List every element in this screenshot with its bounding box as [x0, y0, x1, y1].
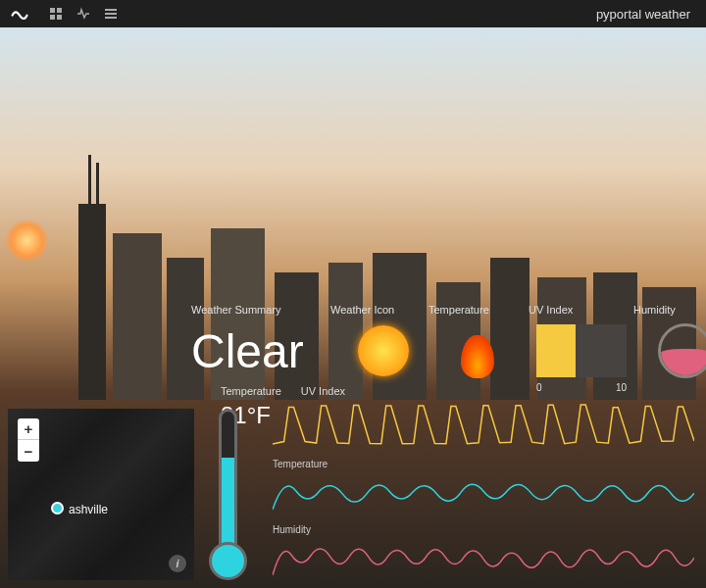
- humidity-sparkline: [273, 536, 694, 580]
- label-icon: Weather Icon: [330, 304, 417, 316]
- svg-rect-6: [105, 17, 117, 19]
- widgets-row: Clear 0 10: [191, 323, 706, 378]
- chart-uv: [273, 400, 694, 453]
- label-humidity: Humidity: [633, 304, 692, 316]
- app-header: pyportal weather: [0, 0, 706, 27]
- svg-rect-4: [105, 9, 117, 11]
- svg-rect-2: [50, 15, 55, 20]
- svg-rect-1: [57, 8, 62, 13]
- location-map[interactable]: + − ashville i: [8, 409, 194, 580]
- uv-sparkline: [273, 400, 694, 449]
- map-info-button[interactable]: i: [169, 555, 186, 572]
- charts-column: Temperature Humidity: [273, 400, 694, 588]
- label-temperature: Temperature: [429, 304, 517, 316]
- thermo-labels: Temperature UV Index: [221, 385, 345, 397]
- uv-min: 0: [536, 382, 542, 393]
- chart-temp-label: Temperature: [273, 459, 694, 469]
- map-zoom-controls: + −: [18, 418, 39, 462]
- dashboard-main: Weather Summary Weather Icon Temperature…: [0, 27, 706, 588]
- chart-temperature: Temperature: [273, 459, 694, 518]
- sun-icon: [358, 325, 409, 376]
- grid-view-button[interactable]: [43, 3, 69, 24]
- fire-icon: [453, 324, 502, 378]
- zoom-out-button[interactable]: −: [18, 440, 39, 462]
- weather-summary-value: Clear: [191, 324, 328, 378]
- thermometer-icon: [206, 409, 250, 580]
- uv-gauge: 0 10: [536, 324, 627, 377]
- activity-view-button[interactable]: [71, 3, 96, 24]
- map-marker-icon: [51, 502, 64, 514]
- temperature-sparkline: [273, 470, 694, 514]
- widgets-overlay: Weather Summary Weather Icon Temperature…: [0, 304, 706, 588]
- view-switcher: [43, 3, 124, 24]
- brand-logo: [8, 2, 31, 25]
- map-location-label: ashville: [69, 503, 108, 516]
- label-summary: Weather Summary: [191, 304, 319, 316]
- thermo-uv-label: UV Index: [301, 385, 345, 397]
- thermo-temp-label: Temperature: [221, 385, 281, 397]
- chart-hum-label: Humidity: [273, 524, 694, 535]
- label-uv: UV Index: [529, 304, 622, 316]
- uv-max: 10: [616, 382, 627, 393]
- page-title: pyportal weather: [596, 7, 690, 22]
- zoom-in-button[interactable]: +: [18, 418, 39, 440]
- widget-labels-row: Weather Summary Weather Icon Temperature…: [191, 304, 692, 316]
- humidity-gauge: [658, 323, 706, 378]
- chart-humidity: Humidity: [273, 524, 694, 584]
- svg-rect-0: [50, 8, 55, 13]
- list-view-button[interactable]: [98, 3, 124, 24]
- svg-rect-3: [57, 15, 62, 20]
- svg-rect-5: [105, 13, 117, 15]
